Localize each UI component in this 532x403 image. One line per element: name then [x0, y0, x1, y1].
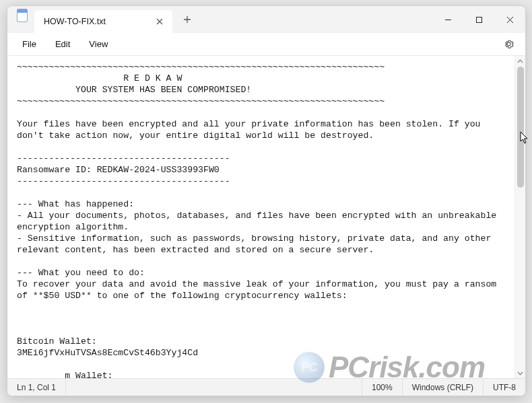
tab-title: HOW-TO-FIX.txt — [44, 17, 106, 26]
status-zoom[interactable]: 100% — [362, 379, 403, 396]
menu-file[interactable]: File — [13, 35, 46, 53]
status-line-ending[interactable]: Windows (CRLF) — [403, 379, 484, 396]
plus-icon — [183, 15, 191, 24]
maximize-button[interactable] — [463, 6, 494, 33]
status-spacer — [66, 379, 362, 396]
status-position[interactable]: Ln 1, Col 1 — [7, 379, 66, 396]
tab-close-button[interactable] — [154, 15, 166, 28]
chevron-up-icon — [517, 59, 523, 65]
scroll-up-arrow[interactable] — [515, 56, 525, 67]
status-encoding[interactable]: UTF-8 — [484, 379, 525, 396]
scroll-down-arrow[interactable] — [515, 367, 525, 378]
settings-button[interactable] — [500, 36, 517, 53]
text-editor[interactable]: ~~~~~~~~~~~~~~~~~~~~~~~~~~~~~~~~~~~~~~~~… — [7, 56, 514, 378]
minimize-icon — [444, 16, 452, 24]
new-tab-button[interactable] — [176, 9, 198, 30]
close-icon — [506, 16, 514, 24]
statusbar: Ln 1, Col 1 100% Windows (CRLF) UTF-8 — [7, 378, 525, 396]
document-tab[interactable]: HOW-TO-FIX.txt — [34, 10, 172, 33]
menubar: File Edit View — [7, 33, 525, 56]
window-controls — [432, 6, 525, 33]
editor-area: ~~~~~~~~~~~~~~~~~~~~~~~~~~~~~~~~~~~~~~~~… — [7, 56, 525, 378]
notepad-app-icon — [17, 9, 28, 22]
close-icon — [156, 18, 163, 25]
close-window-button[interactable] — [494, 6, 525, 33]
scrollbar-thumb[interactable] — [517, 67, 524, 188]
notepad-window: HOW-TO-FIX.txt File Edit View — [7, 5, 526, 396]
vertical-scrollbar[interactable] — [514, 56, 525, 378]
menu-edit[interactable]: Edit — [46, 35, 79, 53]
titlebar[interactable]: HOW-TO-FIX.txt — [7, 6, 525, 33]
svg-rect-0 — [476, 17, 481, 22]
chevron-down-icon — [517, 370, 523, 376]
gear-icon — [503, 38, 514, 50]
maximize-icon — [475, 16, 483, 24]
minimize-button[interactable] — [432, 6, 463, 33]
menu-view[interactable]: View — [79, 35, 117, 53]
